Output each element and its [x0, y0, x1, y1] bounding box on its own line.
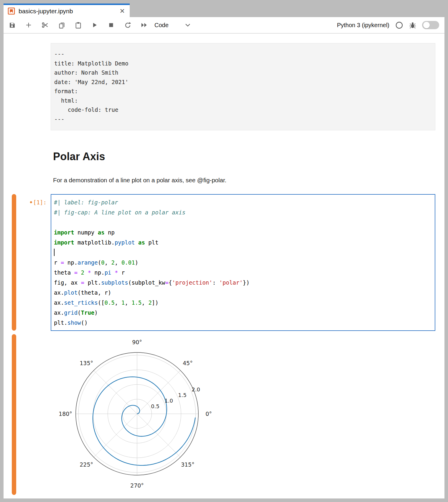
- run-all-button[interactable]: [140, 21, 148, 29]
- code-line: [54, 217, 432, 227]
- save-icon: [9, 22, 16, 29]
- code-line: fig, ax = plt.subplots(subplot_kw={'proj…: [54, 278, 432, 288]
- cell-type-dropdown[interactable]: Code: [154, 22, 190, 29]
- r-tick-label: 0.5: [151, 403, 159, 409]
- theta-tick-label: 315°: [181, 461, 195, 468]
- theta-gridline: [94, 414, 137, 457]
- toolbar-right-group: Python 3 (ipykernel): [337, 21, 439, 29]
- r-tick-label: 1.0: [164, 398, 173, 404]
- notebook-icon: [8, 7, 15, 15]
- toggle-knob: [423, 22, 430, 28]
- code-line: import matplotlib.pyplot as plt: [54, 237, 432, 247]
- raw-cell-yaml[interactable]: ---title: Matplotlib Demoauthor: Norah S…: [51, 43, 435, 130]
- insert-cell-button[interactable]: [25, 21, 32, 29]
- markdown-paragraph: For a demonstration of a line plot on a …: [53, 177, 226, 184]
- code-line: plt.show(): [54, 318, 432, 328]
- notebook-toolbar: Code Python 3 (ipykernel): [4, 17, 444, 33]
- modified-dot: •: [29, 198, 33, 206]
- run-icon: [91, 22, 98, 29]
- spiral-line: [93, 377, 195, 465]
- theta-tick-label: 270°: [130, 482, 144, 489]
- raw-cell-line: code-fold: true: [54, 105, 432, 115]
- run-button[interactable]: [91, 21, 98, 29]
- page-title: Polar Axis: [53, 150, 105, 163]
- theta-gridline: [137, 414, 180, 457]
- paste-button[interactable]: [74, 21, 82, 29]
- tab-bar: basics-jupyter.ipynb ✕: [4, 4, 444, 17]
- stop-icon: [108, 22, 115, 29]
- copy-button[interactable]: [58, 21, 65, 29]
- kernel-name[interactable]: Python 3 (ipykernel): [337, 22, 389, 29]
- code-line: import numpy as np: [54, 227, 432, 237]
- raw-cell-line: author: Norah Smith: [54, 68, 432, 78]
- plus-icon: [25, 22, 32, 29]
- code-line: #| label: fig-polar: [54, 197, 432, 207]
- kernel-status-icon[interactable]: [395, 21, 403, 29]
- theta-tick-label: 225°: [80, 461, 93, 468]
- chevron-down-icon: [185, 23, 190, 27]
- code-cell-editor[interactable]: #| label: fig-polar#| fig-cap: A line pl…: [51, 194, 435, 331]
- execution-prompt: •[1]:: [21, 198, 47, 207]
- paste-icon: [75, 22, 82, 29]
- execution-count: [1]:: [33, 199, 47, 206]
- bug-icon[interactable]: [409, 21, 416, 29]
- code-line: ax.plot(theta, r): [54, 288, 432, 298]
- code-line: [54, 247, 432, 257]
- code-line: ax.grid(True): [54, 308, 432, 318]
- cell-type-value: Code: [154, 22, 169, 29]
- theta-tick-label: 90°: [132, 339, 142, 345]
- theta-tick-label: 180°: [59, 411, 72, 417]
- r-tick-label: 2.0: [192, 386, 200, 393]
- fast-forward-icon: [140, 21, 148, 29]
- polar-plot-output: 0°45°90°135°180°225°270°315°0.51.01.52.0: [57, 334, 217, 493]
- raw-cell-line: format:: [54, 87, 432, 96]
- jupyterlab-window: basics-jupyter.ipynb ✕: [0, 0, 448, 502]
- close-icon[interactable]: ✕: [120, 8, 125, 14]
- text-cursor: [54, 249, 55, 256]
- code-line: theta = 2 * np.pi * r: [54, 268, 432, 278]
- stop-button[interactable]: [107, 21, 115, 29]
- simple-mode-toggle[interactable]: [422, 21, 439, 29]
- raw-cell-line: ---: [54, 115, 432, 124]
- output-collapser[interactable]: [12, 334, 16, 495]
- tab-title: basics-jupyter.ipynb: [19, 8, 116, 15]
- raw-cell-line: title: Matplotlib Demo: [54, 59, 432, 68]
- cut-button[interactable]: [41, 21, 49, 29]
- scissors-icon: [41, 21, 49, 29]
- restart-icon: [124, 22, 131, 29]
- theta-tick-label: 0°: [205, 411, 212, 417]
- code-line: #| fig-cap: A line plot on a polar axis: [54, 207, 432, 217]
- save-button[interactable]: [8, 21, 16, 29]
- notebook-panel: basics-jupyter.ipynb ✕: [4, 4, 444, 498]
- theta-tick-label: 135°: [80, 360, 93, 366]
- input-collapser[interactable]: [12, 194, 16, 331]
- restart-button[interactable]: [124, 21, 131, 29]
- r-tick-label: 1.5: [178, 392, 187, 398]
- code-line: r = np.arange(0, 2, 0.01): [54, 257, 432, 268]
- raw-cell-line: html:: [54, 96, 432, 106]
- raw-cell-line: ---: [54, 50, 432, 59]
- toolbar-left-group: [8, 21, 148, 29]
- tab-basics-jupyter[interactable]: basics-jupyter.ipynb ✕: [4, 4, 130, 17]
- code-line: ax.set_rticks([0.5, 1, 1.5, 2]): [54, 298, 432, 308]
- notebook-content: ---title: Matplotlib Demoauthor: Norah S…: [4, 33, 444, 498]
- theta-tick-label: 45°: [183, 360, 193, 366]
- copy-icon: [58, 22, 65, 29]
- raw-cell-line: date: 'May 22nd, 2021': [54, 78, 432, 87]
